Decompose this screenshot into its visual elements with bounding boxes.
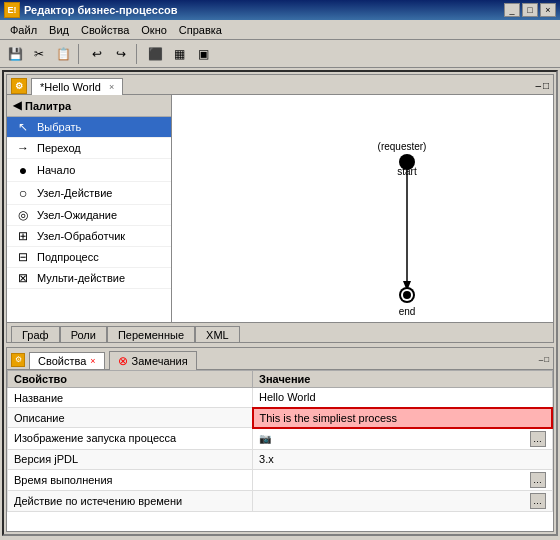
table-row: Описание This is the simpliest process <box>8 408 553 428</box>
prop-jpdl-label: Версия jPDL <box>8 449 253 469</box>
props-tab-properties[interactable]: Свойства × <box>29 352 105 369</box>
start-icon: ● <box>15 162 31 178</box>
editor-icon: ⚙ <box>11 78 27 94</box>
app-title: Редактор бизнес-процессов <box>24 4 177 16</box>
prop-img-label: Изображение запуска процесса <box>8 428 253 450</box>
minimize-button[interactable]: _ <box>504 3 520 17</box>
tool2-button[interactable]: ▦ <box>168 43 190 65</box>
prop-desc-value[interactable]: This is the simpliest process <box>253 408 552 428</box>
title-bar: E! Редактор бизнес-процессов _ □ × <box>0 0 560 20</box>
tool3-button[interactable]: ▣ <box>192 43 214 65</box>
value-cell: 📷 … <box>259 431 545 447</box>
tab-variables[interactable]: Переменные <box>107 326 195 343</box>
palette-item-start[interactable]: ● Начало <box>7 159 171 182</box>
transition-icon: → <box>15 141 31 155</box>
select-icon: ↖ <box>15 120 31 134</box>
tab-close-icon[interactable]: × <box>109 82 114 92</box>
img-icon: 📷 <box>259 433 271 444</box>
props-tab-bar: ⚙ Свойства × ⊗ Замечания – □ <box>7 348 553 370</box>
remarks-label: Замечания <box>132 355 188 367</box>
value-text: Hello World <box>259 391 316 403</box>
close-button[interactable]: × <box>540 3 556 17</box>
duration-browse-button[interactable]: … <box>530 472 546 488</box>
palette-item-subprocess[interactable]: ⊟ Подпроцесс <box>7 247 171 268</box>
prop-img-value[interactable]: 📷 … <box>253 428 552 450</box>
menu-properties[interactable]: Свойства <box>75 22 135 38</box>
menu-view[interactable]: Вид <box>43 22 75 38</box>
tab-xml[interactable]: XML <box>195 326 240 343</box>
props-maximize-icon[interactable]: □ <box>544 355 549 364</box>
palette-item-node-wait[interactable]: ◎ Узел-Ожидание <box>7 205 171 226</box>
requester-label: (requester) <box>378 141 427 152</box>
remarks-icon: ⊗ <box>118 354 128 368</box>
properties-table: Свойство Значение Название Hello World <box>7 370 553 512</box>
props-panel-controls: – □ <box>539 355 549 364</box>
table-row: Действие по истечению времени … <box>8 490 553 511</box>
browse-button[interactable]: … <box>530 431 546 447</box>
palette-item-label: Узел-Действие <box>37 187 112 199</box>
menu-window[interactable]: Окно <box>135 22 173 38</box>
tab-label: *Hello World <box>40 81 101 93</box>
window-controls[interactable]: _ □ × <box>504 3 556 17</box>
props-minimize-icon[interactable]: – <box>539 355 543 364</box>
start-node[interactable] <box>399 154 415 170</box>
props-panel: ⚙ Свойства × ⊗ Замечания – □ Сво <box>6 347 554 532</box>
copy-button[interactable]: 📋 <box>52 43 74 65</box>
palette-item-label: Начало <box>37 164 75 176</box>
toolbar-separator <box>78 44 82 64</box>
menu-help[interactable]: Справка <box>173 22 228 38</box>
multi-action-icon: ⊠ <box>15 271 31 285</box>
app-icon: E! <box>4 2 20 18</box>
tool1-button[interactable]: ⬛ <box>144 43 166 65</box>
content-area: ◀ Палитра ↖ Выбрать → Переход ● Начало <box>7 95 553 322</box>
table-row: Время выполнения … <box>8 469 553 490</box>
props-icon: ⚙ <box>11 353 25 367</box>
panel-corner-buttons: – □ <box>535 80 549 91</box>
palette-arrow-icon: ◀ <box>13 99 21 112</box>
palette-list: ↖ Выбрать → Переход ● Начало ○ Узел-Дейс… <box>7 117 171 322</box>
palette-item-multi-action[interactable]: ⊠ Мульти-действие <box>7 268 171 289</box>
palette-item-label: Подпроцесс <box>37 251 99 263</box>
value-cell: … <box>259 493 545 509</box>
maximize-button[interactable]: □ <box>522 3 538 17</box>
tab-graph[interactable]: Граф <box>11 326 60 343</box>
props-table: Свойство Значение Название Hello World <box>7 370 553 531</box>
diagram-area[interactable]: (requester) start end <box>172 95 553 322</box>
cut-button[interactable]: ✂ <box>28 43 50 65</box>
palette-item-label: Выбрать <box>37 121 81 133</box>
prop-duration-label: Время выполнения <box>8 469 253 490</box>
tab-roles[interactable]: Роли <box>60 326 107 343</box>
prop-name-label: Название <box>8 388 253 408</box>
value-text: This is the simpliest process <box>260 412 398 424</box>
prop-name-value[interactable]: Hello World <box>253 388 552 408</box>
props-tab-remarks[interactable]: ⊗ Замечания <box>109 351 197 370</box>
menu-file[interactable]: Файл <box>4 22 43 38</box>
palette-header: ◀ Палитра <box>7 95 171 117</box>
panel-minimize-icon[interactable]: – <box>535 80 541 91</box>
panel-maximize-icon[interactable]: □ <box>543 80 549 91</box>
undo-button[interactable]: ↩ <box>86 43 108 65</box>
palette-panel: ◀ Палитра ↖ Выбрать → Переход ● Начало <box>7 95 172 322</box>
diagram-svg: (requester) start end <box>172 95 553 322</box>
props-tab-close-icon[interactable]: × <box>90 356 95 366</box>
value-cell: This is the simpliest process <box>260 412 545 424</box>
save-button[interactable]: 💾 <box>4 43 26 65</box>
props-tab-label: Свойства <box>38 355 86 367</box>
toolbar: 💾 ✂ 📋 ↩ ↪ ⬛ ▦ ▣ <box>0 40 560 68</box>
palette-item-select[interactable]: ↖ Выбрать <box>7 117 171 138</box>
palette-item-label: Узел-Ожидание <box>37 209 117 221</box>
value-cell: 3.x <box>259 453 545 465</box>
palette-item-node-action[interactable]: ○ Узел-Действие <box>7 182 171 205</box>
prop-timeout-label: Действие по истечению времени <box>8 490 253 511</box>
redo-button[interactable]: ↪ <box>110 43 132 65</box>
prop-timeout-value[interactable]: … <box>253 490 552 511</box>
subprocess-icon: ⊟ <box>15 250 31 264</box>
palette-item-node-handler[interactable]: ⊞ Узел-Обработчик <box>7 226 171 247</box>
hello-world-tab[interactable]: *Hello World × <box>31 78 123 95</box>
timeout-browse-button[interactable]: … <box>530 493 546 509</box>
palette-item-label: Узел-Обработчик <box>37 230 125 242</box>
prop-jpdl-value[interactable]: 3.x <box>253 449 552 469</box>
palette-item-transition[interactable]: → Переход <box>7 138 171 159</box>
node-wait-icon: ◎ <box>15 208 31 222</box>
prop-duration-value[interactable]: … <box>253 469 552 490</box>
